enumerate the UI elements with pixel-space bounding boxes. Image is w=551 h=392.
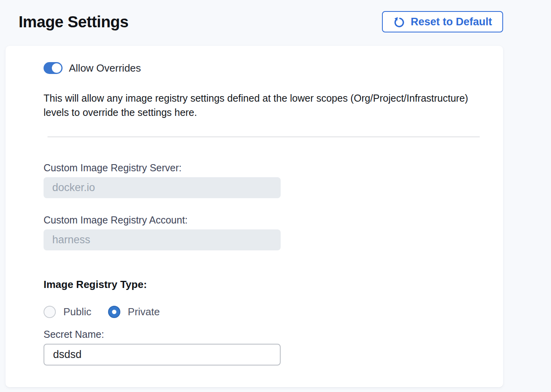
server-field-label: Custom Image Registry Server: — [44, 162, 503, 174]
secret-name-field: Secret Name: — [44, 328, 503, 365]
radio-option-public[interactable]: Public — [44, 306, 91, 318]
account-input — [44, 229, 281, 250]
settings-card: Allow Overrides This will allow any imag… — [6, 46, 503, 387]
allow-overrides-row: Allow Overrides — [44, 62, 503, 74]
account-field-label: Custom Image Registry Account: — [44, 214, 503, 226]
section-divider — [48, 136, 480, 137]
private-radio-icon[interactable] — [108, 306, 120, 318]
reset-button-label: Reset to Default — [410, 16, 492, 28]
server-field: Custom Image Registry Server: — [44, 162, 503, 198]
allow-overrides-label: Allow Overrides — [69, 62, 141, 74]
allow-overrides-toggle[interactable] — [44, 62, 63, 74]
page-header: Image Settings Reset to Default — [0, 0, 551, 32]
secret-name-label: Secret Name: — [44, 328, 503, 340]
server-input — [44, 177, 281, 198]
image-settings-page: Image Settings Reset to Default Allow Ov… — [0, 0, 551, 387]
private-radio-label: Private — [128, 306, 160, 318]
account-field: Custom Image Registry Account: — [44, 214, 503, 250]
registry-type-label: Image Registry Type: — [44, 278, 503, 291]
reset-to-default-button[interactable]: Reset to Default — [382, 11, 503, 32]
secret-name-input[interactable] — [44, 344, 281, 365]
toggle-knob-icon — [52, 63, 61, 73]
page-title: Image Settings — [19, 12, 129, 32]
public-radio-icon[interactable] — [44, 306, 56, 318]
radio-option-private[interactable]: Private — [108, 306, 160, 318]
reset-icon — [393, 16, 405, 28]
registry-type-options: Public Private — [44, 305, 503, 319]
public-radio-label: Public — [63, 306, 91, 318]
overrides-description: This will allow any image registry setti… — [44, 91, 486, 119]
